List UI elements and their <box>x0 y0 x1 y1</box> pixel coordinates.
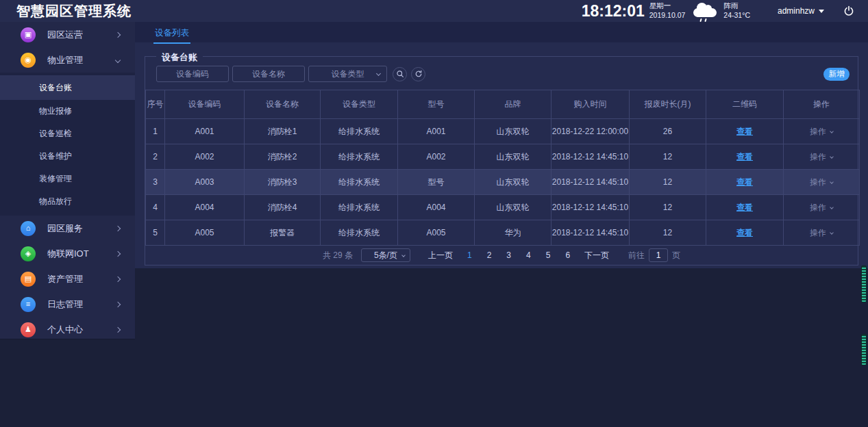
user-menu[interactable]: adminhzw <box>778 6 824 16</box>
cell-no: 2 <box>146 144 165 170</box>
sidebar-item-6[interactable]: ♟ 个人中心 <box>0 317 135 342</box>
logout-button[interactable] <box>842 4 856 18</box>
cell-no: 5 <box>146 220 165 246</box>
device-panel: 设备台账 设备类型 <box>135 42 868 268</box>
chevron-down-icon <box>830 231 834 235</box>
weekday: 星期一 <box>649 1 686 11</box>
scroll-indicator[interactable] <box>861 334 867 365</box>
date: 2019.10.07 <box>649 11 686 21</box>
sidebar-subitem-4[interactable]: 装修管理 <box>0 168 135 190</box>
cell-name: 消防栓4 <box>245 195 321 220</box>
goto-page-input[interactable] <box>649 248 668 262</box>
device-name-input[interactable] <box>232 66 305 82</box>
qr-view-link[interactable]: 查看 <box>736 228 753 237</box>
action-dropdown[interactable]: 操作 <box>810 127 833 136</box>
caret-down-icon <box>819 10 824 13</box>
chevron-icon <box>115 326 121 332</box>
chevron-down-icon <box>830 205 834 209</box>
cell-no: 4 <box>146 195 165 220</box>
cell-code: A005 <box>165 220 245 246</box>
sidebar-subitem-3[interactable]: 设备维护 <box>0 145 135 168</box>
sidebar-item-5[interactable]: ≡ 日志管理 <box>0 292 135 317</box>
app-title: 智慧园区管理系统 <box>16 2 132 21</box>
scroll-indicator[interactable] <box>861 266 867 302</box>
device-type-select-label: 设备类型 <box>332 68 364 80</box>
sidebar-item-1[interactable]: ◉ 物业管理 <box>0 47 135 73</box>
cell-name: 报警器 <box>245 220 321 246</box>
cell-brand: 山东双轮 <box>475 170 551 195</box>
cell-name: 消防栓1 <box>245 119 321 144</box>
table-row[interactable]: 2A002消防栓2给排水系统A002山东双轮2018-12-12 14:45:1… <box>146 144 860 170</box>
sidebar-item-0[interactable]: ▣ 园区运营 <box>0 22 135 47</box>
date-block: 星期一 2019.10.07 <box>649 1 686 20</box>
next-page-button[interactable]: 下一页 <box>584 250 609 261</box>
column-header: 设备名称 <box>245 90 321 119</box>
column-header: 操作 <box>784 90 860 119</box>
qr-view-link[interactable]: 查看 <box>736 203 753 212</box>
weather-block: 阵雨 24-31°C <box>723 1 750 20</box>
sidebar-items: ▣ 园区运营 ◉ 物业管理 设备台账物业报修设备巡检设备维护装修管理物品放行 ⌂… <box>0 22 135 342</box>
device-table: 序号设备编码设备名称设备类型型号品牌购入时间报废时长(月)二维码操作 1A001… <box>145 90 860 246</box>
sidebar-item-4[interactable]: ▤ 资产管理 <box>0 266 135 292</box>
clock: 18:12:01 <box>582 2 645 21</box>
qr-view-link[interactable]: 查看 <box>736 152 753 161</box>
qr-view-link[interactable]: 查看 <box>736 127 753 136</box>
prev-page-button[interactable]: 上一页 <box>428 250 453 261</box>
action-dropdown[interactable]: 操作 <box>810 152 833 161</box>
cell-model: A002 <box>398 144 475 170</box>
action-dropdown[interactable]: 操作 <box>810 177 833 187</box>
action-dropdown[interactable]: 操作 <box>810 203 833 212</box>
column-header: 品牌 <box>475 90 551 119</box>
cell-months: 12 <box>630 170 706 195</box>
chevron-down-icon <box>830 180 834 184</box>
sidebar-item-2[interactable]: ⌂ 园区服务 <box>0 216 135 241</box>
page-number-1[interactable]: 1 <box>460 250 480 260</box>
page-number-4[interactable]: 4 <box>519 250 538 260</box>
device-type-select[interactable]: 设备类型 <box>308 66 387 82</box>
cell-type: 给排水系统 <box>321 195 398 220</box>
search-toolbar: 设备类型 新增 <box>145 57 858 88</box>
page-number-2[interactable]: 2 <box>480 250 499 260</box>
weather-temp: 24-31°C <box>723 11 750 21</box>
action-dropdown[interactable]: 操作 <box>810 228 833 237</box>
chevron-down-icon <box>830 129 834 133</box>
sidebar-subitem-0[interactable]: 设备台账 <box>0 75 135 100</box>
search-icon <box>396 70 404 78</box>
cloud-rain-icon <box>692 0 719 22</box>
table-row[interactable]: 1A001消防栓1给排水系统A001山东双轮2018-12-22 12:00:0… <box>146 119 860 144</box>
cell-code: A004 <box>165 195 245 220</box>
page-number-6[interactable]: 6 <box>558 250 578 260</box>
cell-months: 12 <box>630 195 706 220</box>
table-row[interactable]: 4A004消防栓4给排水系统A004山东双轮2018-12-12 14:45:1… <box>146 195 860 220</box>
sidebar-item-3[interactable]: ◈ 物联网IOT <box>0 241 135 266</box>
sidebar-subitem-2[interactable]: 设备巡检 <box>0 122 135 145</box>
app-header: 智慧园区管理系统 18:12:01 星期一 2019.10.07 阵雨 24-3… <box>0 0 868 22</box>
park-operation-icon: ▣ <box>21 27 36 42</box>
device-ledger-box: 设备台账 设备类型 <box>145 56 858 266</box>
device-code-input[interactable] <box>156 66 229 82</box>
page-numbers: 123456 <box>460 250 578 260</box>
pagination-bar: 共 29 条 5条/页 上一页 123456 下一页 前往 页 <box>145 246 858 265</box>
reset-button[interactable] <box>411 67 425 81</box>
sidebar-subitem-5[interactable]: 物品放行 <box>0 190 135 213</box>
search-button[interactable] <box>393 67 407 81</box>
ledger-legend: 设备台账 <box>156 51 203 64</box>
page-size-select[interactable]: 5条/页 <box>361 248 410 262</box>
tab-device-list[interactable]: 设备列表 <box>153 22 190 44</box>
chevron-icon <box>115 225 121 231</box>
sidebar-subitem-1[interactable]: 物业报修 <box>0 100 135 122</box>
cell-time: 2018-12-22 12:00:00 <box>551 119 630 144</box>
page-number-3[interactable]: 3 <box>499 250 519 260</box>
page-number-5[interactable]: 5 <box>538 250 558 260</box>
cell-model: 型号 <box>398 170 475 195</box>
cell-action: 操作 <box>784 119 860 144</box>
add-button[interactable]: 新增 <box>823 68 850 81</box>
qr-view-link[interactable]: 查看 <box>736 177 753 187</box>
cell-months: 26 <box>630 119 706 144</box>
weather-condition: 阵雨 <box>723 1 750 11</box>
table-row[interactable]: 3A003消防栓3给排水系统型号山东双轮2018-12-12 14:45:101… <box>146 170 860 195</box>
table-row[interactable]: 5A005报警器给排水系统A005华为2018-12-12 14:45:1012… <box>146 220 860 246</box>
cell-no: 3 <box>146 170 165 195</box>
cell-name: 消防栓3 <box>245 170 321 195</box>
chevron-icon <box>115 301 121 307</box>
